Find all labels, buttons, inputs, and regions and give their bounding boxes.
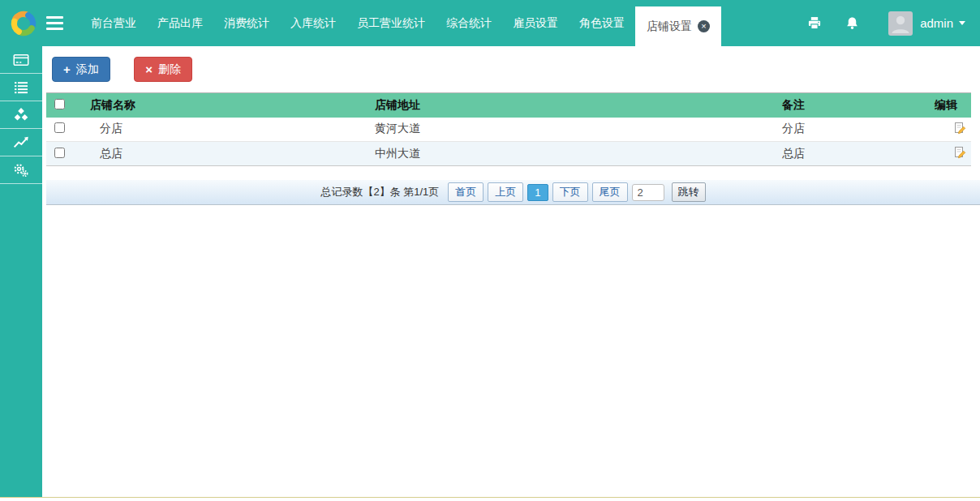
sidebar-item-products[interactable] (0, 101, 42, 129)
logo-icon (8, 8, 39, 39)
shops-table: 店铺名称 店铺地址 备注 编辑 分店 黄河大道 分店 (46, 92, 971, 166)
pagination-summary: 总记录数【2】条 第1/1页 (320, 185, 439, 199)
table-row: 分店 黄河大道 分店 (46, 118, 971, 142)
column-header-edit: 编辑 (935, 93, 971, 118)
sidebar-item-settings[interactable] (0, 156, 42, 184)
add-button[interactable]: + 添加 (52, 57, 110, 82)
column-header-remark: 备注 (771, 93, 935, 118)
printer-icon (806, 15, 823, 32)
remark-cell: 总店 (771, 142, 935, 166)
shop-name-cell: 总店 (85, 142, 369, 166)
column-header-shop-address: 店铺地址 (369, 93, 771, 118)
edit-icon (953, 122, 966, 135)
card-icon (13, 54, 29, 66)
list-icon (14, 81, 28, 94)
cubes-icon (13, 108, 29, 122)
chart-line-icon (13, 135, 29, 149)
tab-shop-settings[interactable]: 店铺设置 × (635, 6, 721, 46)
x-icon: × (145, 62, 153, 76)
column-header-shop-name: 店铺名称 (85, 93, 369, 118)
pagination-bar: 总记录数【2】条 第1/1页 首页 上页 1 下页 尾页 跳转 (46, 180, 980, 205)
toolbar: + 添加 × 删除 (42, 46, 980, 92)
shop-name-cell: 分店 (85, 118, 369, 142)
notifications-button[interactable] (833, 15, 870, 32)
username-dropdown[interactable]: admin (920, 16, 953, 30)
caret-down-icon (959, 21, 965, 25)
tab-shop-settings-label: 店铺设置 (647, 19, 692, 34)
main-content: + 添加 × 删除 店铺名称 店铺地址 备注 编辑 (42, 46, 980, 497)
nav-item-front-business[interactable]: 前台营业 (80, 0, 147, 46)
pagination-prev-button[interactable]: 上页 (488, 182, 523, 202)
pagination-current-page[interactable]: 1 (527, 184, 548, 201)
delete-button-label: 删除 (158, 62, 181, 77)
select-all-checkbox[interactable] (54, 99, 65, 109)
hamburger-menu-icon[interactable] (46, 0, 74, 46)
avatar-placeholder-icon (888, 11, 913, 36)
edit-row-button[interactable] (953, 122, 966, 135)
top-navbar: 前台营业 产品出库 消费统计 入库统计 员工营业统计 综合统计 雇员设置 角色设… (0, 0, 980, 46)
remark-cell: 分店 (771, 118, 935, 142)
main-menu: 前台营业 产品出库 消费统计 入库统计 员工营业统计 综合统计 雇员设置 角色设… (80, 0, 721, 46)
edit-icon (953, 146, 966, 159)
shop-address-cell: 中州大道 (369, 142, 771, 166)
nav-item-staff-business-stats[interactable]: 员工营业统计 (346, 0, 436, 46)
pagination-last-button[interactable]: 尾页 (592, 182, 628, 202)
nav-item-employee-settings[interactable]: 雇员设置 (502, 0, 569, 46)
footer-strip (0, 497, 980, 501)
plus-icon: + (63, 62, 71, 76)
shop-address-cell: 黄河大道 (369, 118, 771, 142)
app-window: 前台营业 产品出库 消费统计 入库统计 员工营业统计 综合统计 雇员设置 角色设… (0, 0, 980, 501)
table-header-row: 店铺名称 店铺地址 备注 编辑 (46, 93, 971, 118)
sidebar-item-records[interactable] (0, 74, 42, 101)
page-jump-input[interactable] (632, 184, 664, 201)
nav-item-consumption-stats[interactable]: 消费统计 (213, 0, 280, 46)
nav-item-product-outbound[interactable]: 产品出库 (147, 0, 213, 46)
page-jump-button[interactable]: 跳转 (672, 182, 706, 202)
nav-item-inbound-stats[interactable]: 入库统计 (280, 0, 346, 46)
nav-item-role-settings[interactable]: 角色设置 (569, 0, 635, 46)
left-sidebar (0, 46, 42, 497)
nav-item-comprehensive-stats[interactable]: 综合统计 (436, 0, 502, 46)
row-checkbox[interactable] (54, 122, 65, 133)
sidebar-item-statistics[interactable] (0, 129, 42, 156)
delete-button[interactable]: × 删除 (134, 57, 192, 82)
add-button-label: 添加 (76, 62, 99, 77)
app-logo[interactable] (0, 0, 46, 46)
row-checkbox[interactable] (54, 148, 65, 158)
user-avatar[interactable] (888, 11, 913, 36)
tab-close-icon[interactable]: × (698, 20, 710, 32)
table-row: 总店 中州大道 总店 (46, 142, 971, 166)
gears-icon (13, 163, 29, 178)
print-button[interactable] (796, 15, 833, 32)
sidebar-item-billing[interactable] (0, 46, 42, 74)
pagination-next-button[interactable]: 下页 (552, 182, 588, 202)
pagination-first-button[interactable]: 首页 (448, 182, 484, 202)
edit-row-button[interactable] (953, 146, 966, 159)
navbar-right-area: admin (796, 0, 980, 46)
bell-icon (845, 15, 860, 32)
